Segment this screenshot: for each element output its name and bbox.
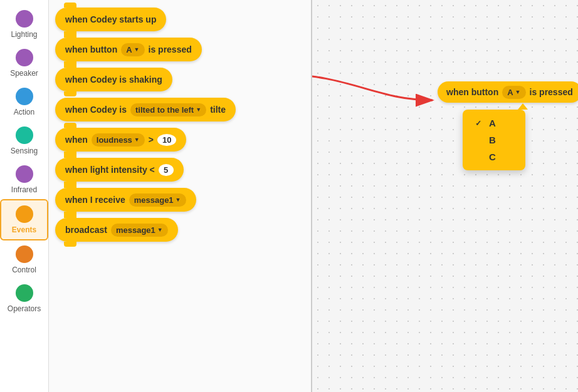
sidebar-item-speaker[interactable]: Speaker [0,44,48,83]
sidebar-item-lighting[interactable]: Lighting [0,5,48,44]
block-light-text: when light intensity < [65,165,155,175]
sidebar-item-events[interactable]: Events [0,199,48,240]
dropdown-item-a[interactable]: ✓ A [473,115,515,132]
block-light-value[interactable]: 5 [159,164,174,176]
sensing-icon [16,126,33,144]
canvas-block-suffix: is pressed [530,87,573,97]
events-icon [16,205,33,223]
sidebar-label-control: Control [12,266,36,274]
block-broadcast[interactable]: broadcast message1 [55,218,178,242]
blocks-panel: when Codey starts up when button A is pr… [49,0,312,392]
canvas-area: when button A is pressed ✓ A B C [312,0,578,392]
check-icon: ✓ [475,119,484,128]
block-tilted-dropdown[interactable]: tilted to the left [130,103,206,116]
canvas-block-dropdown[interactable]: A [502,86,525,99]
sidebar: Lighting Speaker Action Sensing Infrared… [0,0,49,392]
sidebar-label-lighting: Lighting [11,30,37,39]
sidebar-item-action[interactable]: Action [0,83,48,121]
dropdown-item-c-label: C [489,152,496,162]
block-broadcast-text: broadcast [65,225,107,235]
block-codey-starts-text: when Codey starts up [65,14,156,24]
block-button-text: when button [65,44,117,54]
block-loudness-op: > [149,135,154,145]
sidebar-label-events: Events [12,225,36,234]
action-icon [16,88,33,105]
control-icon [16,245,33,263]
block-codey-tilted[interactable]: when Codey is tilted to the left tilte [55,98,236,121]
dropdown-item-a-label: A [489,118,496,128]
block-tilted-suffix: tilte [210,105,226,115]
sidebar-item-infrared[interactable]: Infrared [0,160,48,199]
dropdown-menu: ✓ A B C [463,110,525,170]
block-loudness[interactable]: when loudness > 10 [55,128,186,152]
dropdown-item-b[interactable]: B [473,132,515,148]
dropdown-item-c[interactable]: C [473,148,515,165]
block-receive-text: when I receive [65,195,125,205]
sidebar-item-sensing[interactable]: Sensing [0,121,48,160]
operators-icon [16,284,33,302]
block-loudness-dropdown[interactable]: loudness [92,133,145,147]
sidebar-item-control[interactable]: Control [0,240,48,279]
block-loudness-value[interactable]: 10 [157,134,176,146]
sidebar-label-sensing: Sensing [11,147,38,155]
sidebar-label-speaker: Speaker [10,69,38,78]
speaker-icon [16,49,33,66]
block-light-intensity[interactable]: when light intensity < 5 [55,158,184,182]
block-receive-dropdown[interactable]: message1 [129,193,186,207]
arrow-connector [312,0,578,392]
block-button-suffix: is pressed [149,44,192,54]
canvas-block-button-pressed[interactable]: when button A is pressed [438,81,578,103]
sidebar-label-action: Action [14,108,34,116]
canvas-block-text: when button [446,87,498,97]
lighting-icon [16,10,33,28]
block-loudness-text: when [65,135,88,145]
block-codey-shaking[interactable]: when Codey is shaking [55,68,172,91]
dropdown-item-b-label: B [489,135,496,145]
block-broadcast-dropdown[interactable]: message1 [111,224,168,237]
block-tilted-text: when Codey is [65,105,127,115]
block-button-pressed[interactable]: when button A is pressed [55,38,202,61]
block-codey-starts[interactable]: when Codey starts up [55,8,166,31]
block-button-dropdown[interactable]: A [121,43,144,56]
sidebar-label-operators: Operators [8,304,41,313]
block-receive[interactable]: when I receive message1 [55,188,196,212]
sidebar-label-infrared: Infrared [11,185,37,194]
block-codey-shaking-text: when Codey is shaking [65,75,162,85]
infrared-icon [16,165,33,183]
sidebar-item-operators[interactable]: Operators [0,279,48,318]
